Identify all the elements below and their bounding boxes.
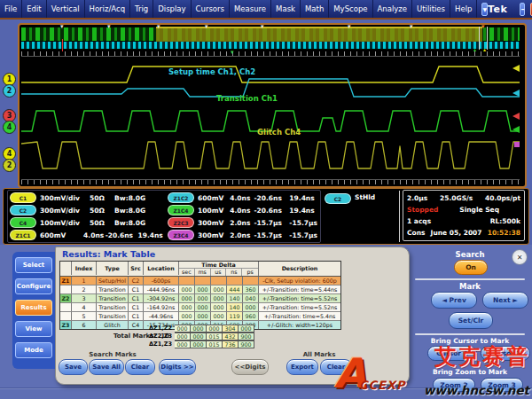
channel-badge-z1c2[interactable]: Z1C2 xyxy=(168,192,194,203)
delta-cell: 000 xyxy=(195,286,211,293)
clear-all-marks-button[interactable]: Clear xyxy=(320,359,352,375)
menu-item-trig[interactable]: Trig xyxy=(130,0,153,18)
zoom-marker-icon[interactable]: ▾ xyxy=(205,24,208,30)
close-panel-button[interactable]: ✕ xyxy=(512,249,528,265)
zoom-edge-line xyxy=(479,27,480,50)
divider xyxy=(415,333,525,335)
delta-cell xyxy=(211,277,227,285)
delta-value-cell: 000 xyxy=(175,332,191,340)
channel-marker-2[interactable]: 2 xyxy=(3,84,16,98)
delta-cell: 000 xyxy=(195,294,211,302)
zoom-marker-icon[interactable]: ▾ xyxy=(157,24,160,30)
trigger-marker-icon[interactable]: ▾ xyxy=(481,24,485,30)
menu-overflow-button[interactable]: ▼ xyxy=(481,3,488,16)
zoom-2-button[interactable]: Zoom 2 xyxy=(433,378,475,392)
readout-value: 100mV xyxy=(198,207,230,215)
menu-item-help[interactable]: Help xyxy=(450,0,477,18)
index-cell: 3 xyxy=(72,294,97,302)
export-button[interactable]: Export xyxy=(286,359,318,375)
next-mark-button[interactable]: Next ► xyxy=(482,292,528,309)
digits-forward-button[interactable]: Digits >> xyxy=(159,359,196,375)
src-cell: C1 xyxy=(129,303,144,311)
readout-row: Z1C4100mV4.0ns-20.6ns19.4ns xyxy=(168,204,318,216)
zoom-3-button[interactable]: Zoom 3 xyxy=(481,378,523,392)
zoom-marker-icon[interactable]: ▾ xyxy=(348,24,351,30)
channel-badge[interactable]: C2 xyxy=(325,193,351,204)
channel-marker-4[interactable]: 4 xyxy=(3,121,16,134)
save-button[interactable]: Save xyxy=(59,359,88,375)
delta-cell: 000 xyxy=(195,312,211,320)
description-cell: -Clk, Setup violation: 600p xyxy=(259,277,340,285)
location-cell: -444.96ns xyxy=(144,286,179,293)
zoom-marker-icon[interactable]: ▾ xyxy=(410,24,413,30)
channel-marker-2[interactable]: 2 xyxy=(3,159,16,172)
channel-badge-z1c4[interactable]: Z1C4 xyxy=(168,205,194,215)
delta-value-cell: 900 xyxy=(239,340,254,348)
channel-badge-c1[interactable]: C1 xyxy=(10,192,36,203)
menu-item-cursors[interactable]: Cursors xyxy=(192,0,230,18)
sidebar-item-select[interactable]: Select xyxy=(15,257,52,273)
readout-row: C4100mV/div50ΩBw:8.0G xyxy=(10,216,166,229)
cursor-2-button[interactable]: Cursor 2 xyxy=(481,346,530,361)
menu-item-horizacq[interactable]: Horiz/Acq xyxy=(85,0,131,18)
all-marks-label: All Marks xyxy=(288,351,350,358)
zoom-marker-icon[interactable]: ▾ xyxy=(261,24,264,30)
channel-badge-z1c1[interactable]: Z1C1 xyxy=(10,230,36,240)
ch2-ref-arrow-icon xyxy=(512,90,520,97)
marker-ref-icon xyxy=(514,142,520,147)
sidebar-item-results[interactable]: Results xyxy=(15,300,52,316)
delta-cell xyxy=(195,277,211,285)
save-all-button[interactable]: Save All xyxy=(89,359,124,375)
ch1-trace xyxy=(21,66,520,82)
menu-item-utilities[interactable]: Utilities xyxy=(412,0,450,18)
readout-value: 600mV xyxy=(198,194,230,202)
time-delta-unit: us xyxy=(211,269,227,276)
menu-item-display[interactable]: Display xyxy=(153,0,191,18)
delta-cell xyxy=(243,277,259,285)
menu-item-vertical[interactable]: Vertical xyxy=(47,0,85,18)
menu-item-math[interactable]: Math xyxy=(301,0,329,18)
search-on-button[interactable]: On xyxy=(454,260,488,275)
zoom-marker-icon[interactable]: ▾ xyxy=(107,24,111,30)
cursor-1-button[interactable]: Cursor 1 xyxy=(427,346,477,361)
menu-item-mask[interactable]: Mask xyxy=(271,0,301,18)
channel-badge-c2[interactable]: C2 xyxy=(10,205,36,215)
menu-item-measure[interactable]: Measure xyxy=(230,0,271,18)
menu-item-analyze[interactable]: Analyze xyxy=(373,0,413,18)
index-cell: 2 xyxy=(72,286,97,293)
channel-badge-c4[interactable]: C4 xyxy=(10,217,36,228)
delta-value-cell: 000 xyxy=(207,325,223,332)
sidebar-item-configure[interactable]: Configure xyxy=(15,278,52,294)
delta-cell: 444 xyxy=(227,286,243,293)
channel-badge-z2c3[interactable]: Z2C3 xyxy=(168,217,194,228)
location-cell: -304.92ns xyxy=(144,294,179,302)
zoom-marker-icon[interactable]: ▾ xyxy=(60,24,64,30)
src-cell: C1 xyxy=(129,312,144,320)
delta-value-cell: 304 xyxy=(223,325,239,332)
menu-item-myscope[interactable]: MyScope xyxy=(329,0,372,18)
menu-item-edit[interactable]: Edit xyxy=(22,0,46,18)
dialog-title: Results: Mark Table xyxy=(62,249,155,259)
channel-badge-z3c4[interactable]: Z3C4 xyxy=(168,230,194,240)
ch3-ref-arrow-icon xyxy=(512,113,520,120)
delta-value-cell: 000 xyxy=(175,340,191,348)
set-clear-mark-button[interactable]: Set/Clr xyxy=(449,312,493,329)
sidebar-item-mode[interactable]: Mode xyxy=(15,342,52,358)
minimize-button[interactable]: – xyxy=(520,3,525,16)
table-row: Z11Setup/HolC2-600ps-Clk, Setup violatio… xyxy=(60,277,340,286)
delta-cell: 000 xyxy=(179,303,195,311)
ch1-ref-arrow-icon xyxy=(512,65,520,72)
clear-search-marks-button[interactable]: Clear xyxy=(125,359,155,375)
sidebar-item-view[interactable]: View xyxy=(15,321,52,337)
delta-label: ΔZ1,Z2 xyxy=(59,325,175,332)
readout-value: Bw:8.0G xyxy=(114,219,152,227)
search-readout: C2 StHld xyxy=(325,190,395,245)
delta-cell: 000 xyxy=(211,312,227,320)
delta-cell: 140 xyxy=(227,294,243,302)
menu-item-file[interactable]: File xyxy=(0,0,22,18)
digits-back-button[interactable]: <<Digits xyxy=(231,359,269,375)
annotation-transition: Transition Ch1 xyxy=(216,94,278,103)
readout-row: Z3C4300mV2.0ns-15.7µs-15.7µs xyxy=(168,229,318,241)
prev-mark-button[interactable]: ◄ Prev xyxy=(431,292,477,309)
divider xyxy=(415,278,525,280)
